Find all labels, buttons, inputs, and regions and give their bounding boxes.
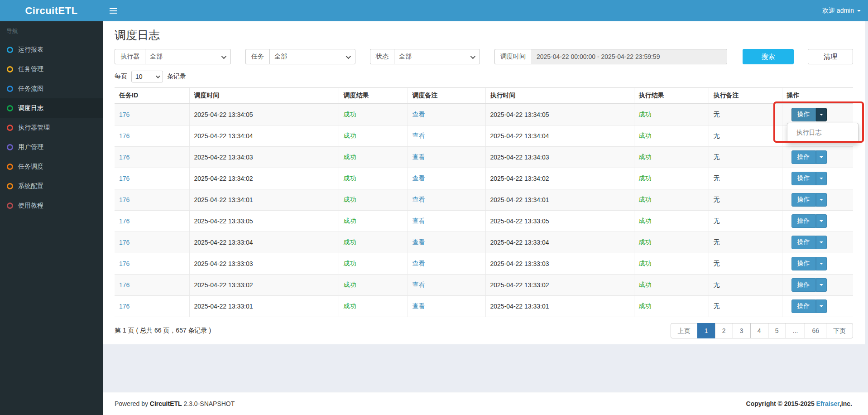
action-dropdown-toggle[interactable] <box>816 278 827 292</box>
clear-button[interactable]: 清理 <box>808 49 853 64</box>
sidebar-item-label: 使用教程 <box>18 202 43 210</box>
exec-log-menu-item[interactable]: 执行日志 <box>787 125 858 140</box>
action-dropdown-toggle[interactable] <box>816 257 827 270</box>
sidebar-item-label: 调度日志 <box>18 104 43 112</box>
job-id-link[interactable]: 176 <box>119 239 129 246</box>
pagination-row: 第 1 页 ( 总共 66 页，657 条记录 ) 上页12345...66下页 <box>115 323 853 338</box>
cell-sched-remark: 查看 <box>408 210 485 232</box>
sched-result-text: 成功 <box>344 238 356 246</box>
cell-sched-result: 成功 <box>339 168 408 189</box>
view-remark-link[interactable]: 查看 <box>412 281 425 288</box>
cell-exec-time: 2025-04-22 13:33:04 <box>485 232 634 253</box>
sidebar-toggle-button[interactable] <box>103 0 124 21</box>
job-id-link[interactable]: 176 <box>119 196 129 203</box>
time-range-input[interactable]: 2025-04-22 00:00:00 - 2025-04-22 23:59:5… <box>531 49 727 64</box>
page-button-3[interactable]: 3 <box>733 323 751 338</box>
view-remark-link[interactable]: 查看 <box>412 260 425 267</box>
user-menu[interactable]: 欢迎 admin <box>822 0 868 21</box>
action-button-label[interactable]: 操作 <box>791 214 816 228</box>
job-id-link[interactable]: 176 <box>119 281 129 289</box>
view-remark-link[interactable]: 查看 <box>412 111 425 118</box>
chevron-down-icon <box>820 220 823 222</box>
action-button-label[interactable]: 操作 <box>791 236 816 249</box>
action-button-label[interactable]: 操作 <box>791 278 816 292</box>
action-split-button[interactable]: 操作 <box>791 193 827 207</box>
action-button-label[interactable]: 操作 <box>791 299 816 313</box>
action-split-button[interactable]: 操作 <box>791 150 827 164</box>
sidebar-item-执行器管理[interactable]: 执行器管理 <box>0 118 103 137</box>
action-split-button[interactable]: 操作 <box>791 236 827 249</box>
col-header-exec-result: 执行结果 <box>634 88 709 104</box>
action-button-label[interactable]: 操作 <box>791 257 816 270</box>
cell-actions: 操作 <box>782 168 853 189</box>
page-button-66[interactable]: 66 <box>805 323 826 338</box>
action-dropdown-toggle[interactable] <box>816 150 827 164</box>
sidebar-item-任务管理[interactable]: 任务管理 <box>0 59 103 79</box>
action-dropdown-toggle[interactable] <box>816 236 827 249</box>
sched-result-text: 成功 <box>344 132 356 139</box>
job-id-link[interactable]: 176 <box>119 260 129 267</box>
sidebar-item-调度日志[interactable]: 调度日志 <box>0 98 103 118</box>
sidebar-item-使用教程[interactable]: 使用教程 <box>0 196 103 215</box>
page-button-4[interactable]: 4 <box>750 323 768 338</box>
next-page-button[interactable]: 下页 <box>826 323 853 338</box>
status-filter-select[interactable]: 全部 <box>394 49 480 64</box>
action-dropdown-toggle[interactable] <box>816 299 827 313</box>
action-dropdown-toggle[interactable] <box>816 108 827 121</box>
top-navbar: CircuitETL 欢迎 admin <box>0 0 868 21</box>
action-button-label[interactable]: 操作 <box>791 108 816 121</box>
action-button-label[interactable]: 操作 <box>791 172 816 185</box>
footer-brand: CircuitETL <box>150 400 182 407</box>
job-filter-select[interactable]: 全部 <box>269 49 355 64</box>
cell-actions: 操作 <box>782 189 853 210</box>
sidebar-item-运行报表[interactable]: 运行报表 <box>0 40 103 59</box>
job-id-link[interactable]: 176 <box>119 132 129 140</box>
company-link[interactable]: Efraiser <box>816 400 839 407</box>
action-split-button[interactable]: 操作 <box>791 108 827 121</box>
sidebar-item-任务调度[interactable]: 任务调度 <box>0 157 103 176</box>
col-header-sched-remark: 调度备注 <box>408 88 485 104</box>
page-size-select[interactable]: 10 <box>131 71 163 82</box>
cell-actions: 操作执行日志 <box>782 104 853 125</box>
action-button-label[interactable]: 操作 <box>791 150 816 164</box>
prev-page-button[interactable]: 上页 <box>671 323 698 338</box>
action-dropdown-toggle[interactable] <box>816 193 827 207</box>
action-split-button[interactable]: 操作 <box>791 278 827 292</box>
action-dropdown-toggle[interactable] <box>816 172 827 185</box>
table-row: 1762025-04-22 13:33:01成功查看2025-04-22 13:… <box>115 295 853 317</box>
view-remark-link[interactable]: 查看 <box>412 132 425 139</box>
action-split-button[interactable]: 操作 <box>791 299 827 313</box>
sidebar-item-系统配置[interactable]: 系统配置 <box>0 176 103 196</box>
action-split-button[interactable]: 操作 <box>791 257 827 270</box>
job-id-link[interactable]: 176 <box>119 111 129 118</box>
job-id-link[interactable]: 176 <box>119 154 129 161</box>
cell-exec-time: 2025-04-22 13:33:03 <box>485 253 634 274</box>
job-id-link[interactable]: 176 <box>119 175 129 182</box>
search-button[interactable]: 搜索 <box>743 49 794 64</box>
action-split-button[interactable]: 操作 <box>791 214 827 228</box>
table-row: 1762025-04-22 13:34:04成功查看2025-04-22 13:… <box>115 125 853 146</box>
job-id-link[interactable]: 176 <box>119 217 129 225</box>
cell-actions: 操作 <box>782 274 853 295</box>
sidebar-item-用户管理[interactable]: 用户管理 <box>0 137 103 157</box>
page-button-2[interactable]: 2 <box>715 323 733 338</box>
page-ellipsis: ... <box>786 323 806 338</box>
cell-exec-time: 2025-04-22 13:34:02 <box>485 168 634 189</box>
view-remark-link[interactable]: 查看 <box>412 302 425 309</box>
view-remark-link[interactable]: 查看 <box>412 238 425 246</box>
view-remark-link[interactable]: 查看 <box>412 174 425 182</box>
table-row: 1762025-04-22 13:34:05成功查看2025-04-22 13:… <box>115 104 853 125</box>
executor-filter-select[interactable]: 全部 <box>145 49 231 64</box>
page-button-5[interactable]: 5 <box>768 323 786 338</box>
view-remark-link[interactable]: 查看 <box>412 153 425 160</box>
action-split-button[interactable]: 操作 <box>791 172 827 185</box>
view-remark-link[interactable]: 查看 <box>412 196 425 203</box>
sidebar-item-任务流图[interactable]: 任务流图 <box>0 79 103 98</box>
cell-sched-time: 2025-04-22 13:33:05 <box>189 210 339 232</box>
action-dropdown-toggle[interactable] <box>816 214 827 228</box>
action-button-label[interactable]: 操作 <box>791 193 816 207</box>
job-id-link[interactable]: 176 <box>119 303 129 310</box>
view-remark-link[interactable]: 查看 <box>412 217 425 224</box>
page-size-suffix-label: 条记录 <box>167 72 186 81</box>
page-button-1[interactable]: 1 <box>697 323 715 338</box>
